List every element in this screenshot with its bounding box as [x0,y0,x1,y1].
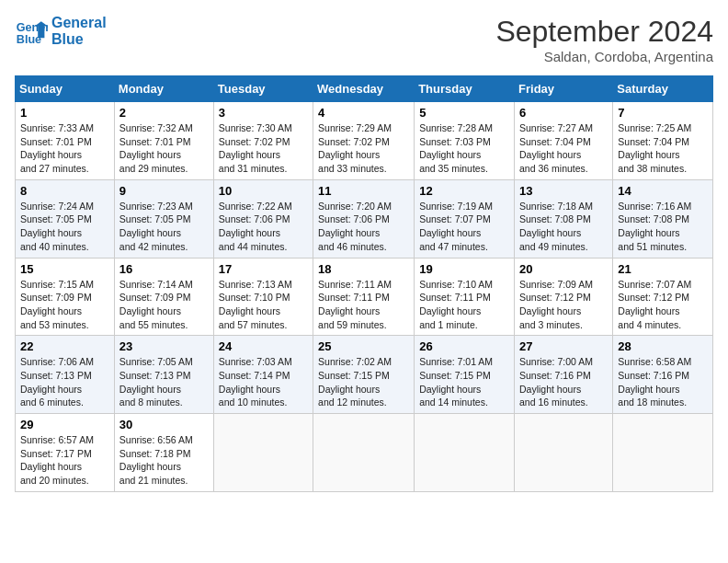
day-number: 9 [119,184,209,198]
day-number: 24 [219,339,308,353]
calendar-cell: 9 Sunrise: 7:23 AMSunset: 7:05 PMDayligh… [114,179,213,258]
calendar-week-row: 8 Sunrise: 7:24 AMSunset: 7:05 PMDayligh… [16,179,713,258]
col-header-tuesday: Tuesday [213,76,313,102]
title-block: September 2024 Saldan, Cordoba, Argentin… [495,15,713,64]
calendar-cell: 30 Sunrise: 6:56 AMSunset: 7:18 PMDaylig… [114,414,213,492]
day-number: 4 [318,106,409,120]
location: Saldan, Cordoba, Argentina [495,49,713,64]
calendar-cell [515,414,613,492]
day-number: 22 [20,339,109,353]
day-info: Sunrise: 7:29 AMSunset: 7:02 PMDaylight … [318,121,409,176]
day-info: Sunrise: 7:28 AMSunset: 7:03 PMDaylight … [419,121,509,176]
day-info: Sunrise: 7:32 AMSunset: 7:01 PMDaylight … [119,121,209,176]
calendar-cell: 10 Sunrise: 7:22 AMSunset: 7:06 PMDaylig… [213,179,313,258]
day-info: Sunrise: 6:58 AMSunset: 7:16 PMDaylight … [618,355,708,409]
day-info: Sunrise: 7:07 AMSunset: 7:12 PMDaylight … [618,278,708,332]
day-info: Sunrise: 7:19 AMSunset: 7:07 PMDaylight … [419,200,509,254]
calendar-cell: 27 Sunrise: 7:00 AMSunset: 7:16 PMDaylig… [515,336,613,414]
calendar-week-row: 22 Sunrise: 7:06 AMSunset: 7:13 PMDaylig… [16,336,713,414]
calendar-cell: 22 Sunrise: 7:06 AMSunset: 7:13 PMDaylig… [16,336,115,414]
calendar-cell: 18 Sunrise: 7:11 AMSunset: 7:11 PMDaylig… [313,258,415,336]
day-number: 12 [419,184,509,198]
calendar-table: SundayMondayTuesdayWednesdayThursdayFrid… [15,75,713,492]
day-info: Sunrise: 6:56 AMSunset: 7:18 PMDaylight … [119,433,209,488]
calendar-cell: 12 Sunrise: 7:19 AMSunset: 7:07 PMDaylig… [415,179,515,258]
calendar-cell: 17 Sunrise: 7:13 AMSunset: 7:10 PMDaylig… [213,258,313,336]
calendar-cell: 24 Sunrise: 7:03 AMSunset: 7:14 PMDaylig… [213,336,313,414]
day-number: 20 [519,262,608,276]
calendar-cell: 29 Sunrise: 6:57 AMSunset: 7:17 PMDaylig… [16,414,115,492]
day-number: 15 [20,262,109,276]
day-number: 30 [119,418,209,431]
day-number: 25 [318,339,409,353]
day-number: 29 [20,418,109,431]
page-header: General Blue General Blue September 2024… [15,15,713,64]
calendar-cell: 26 Sunrise: 7:01 AMSunset: 7:15 PMDaylig… [415,336,515,414]
col-header-thursday: Thursday [415,76,515,102]
logo-general: General [51,15,107,30]
svg-text:Blue: Blue [17,33,41,46]
calendar-cell: 2 Sunrise: 7:32 AMSunset: 7:01 PMDayligh… [114,102,213,180]
calendar-cell [213,414,313,492]
day-number: 3 [219,106,308,120]
calendar-cell: 15 Sunrise: 7:15 AMSunset: 7:09 PMDaylig… [16,258,115,336]
logo-blue: Blue [51,31,107,48]
day-info: Sunrise: 7:30 AMSunset: 7:02 PMDaylight … [219,121,308,176]
calendar-cell: 25 Sunrise: 7:02 AMSunset: 7:15 PMDaylig… [313,336,415,414]
day-number: 19 [419,262,509,276]
day-number: 2 [119,106,209,120]
day-number: 16 [119,262,209,276]
calendar-cell: 3 Sunrise: 7:30 AMSunset: 7:02 PMDayligh… [213,102,313,180]
calendar-cell [313,414,415,492]
day-number: 10 [219,184,308,198]
day-info: Sunrise: 7:22 AMSunset: 7:06 PMDaylight … [219,200,308,254]
day-info: Sunrise: 7:11 AMSunset: 7:11 PMDaylight … [318,278,409,332]
day-number: 28 [618,339,708,353]
calendar-week-row: 29 Sunrise: 6:57 AMSunset: 7:17 PMDaylig… [16,414,713,492]
day-info: Sunrise: 7:06 AMSunset: 7:13 PMDaylight … [20,355,109,409]
day-number: 8 [20,184,109,198]
day-number: 14 [618,184,708,198]
col-header-wednesday: Wednesday [313,76,415,102]
day-info: Sunrise: 7:13 AMSunset: 7:10 PMDaylight … [219,278,308,332]
calendar-cell: 5 Sunrise: 7:28 AMSunset: 7:03 PMDayligh… [415,102,515,180]
day-info: Sunrise: 7:27 AMSunset: 7:04 PMDaylight … [519,121,608,176]
calendar-cell: 7 Sunrise: 7:25 AMSunset: 7:04 PMDayligh… [613,102,713,180]
day-info: Sunrise: 7:33 AMSunset: 7:01 PMDaylight … [20,121,109,176]
day-info: Sunrise: 7:10 AMSunset: 7:11 PMDaylight … [419,278,509,332]
calendar-cell: 19 Sunrise: 7:10 AMSunset: 7:11 PMDaylig… [415,258,515,336]
calendar-cell [613,414,713,492]
day-number: 13 [519,184,608,198]
col-header-sunday: Sunday [16,76,115,102]
day-number: 6 [519,106,608,120]
day-number: 11 [318,184,409,198]
day-info: Sunrise: 7:15 AMSunset: 7:09 PMDaylight … [20,278,109,332]
calendar-cell: 6 Sunrise: 7:27 AMSunset: 7:04 PMDayligh… [515,102,613,180]
col-header-saturday: Saturday [613,76,713,102]
calendar-cell [415,414,515,492]
calendar-cell: 4 Sunrise: 7:29 AMSunset: 7:02 PMDayligh… [313,102,415,180]
calendar-header-row: SundayMondayTuesdayWednesdayThursdayFrid… [16,76,713,102]
day-info: Sunrise: 7:00 AMSunset: 7:16 PMDaylight … [519,355,608,409]
col-header-monday: Monday [114,76,213,102]
calendar-cell: 28 Sunrise: 6:58 AMSunset: 7:16 PMDaylig… [613,336,713,414]
day-number: 27 [519,339,608,353]
calendar-cell: 1 Sunrise: 7:33 AMSunset: 7:01 PMDayligh… [16,102,115,180]
day-number: 17 [219,262,308,276]
logo-icon: General Blue [15,15,48,48]
day-info: Sunrise: 7:24 AMSunset: 7:05 PMDaylight … [20,200,109,254]
day-info: Sunrise: 7:05 AMSunset: 7:13 PMDaylight … [119,355,209,409]
day-number: 18 [318,262,409,276]
calendar-cell: 14 Sunrise: 7:16 AMSunset: 7:08 PMDaylig… [613,179,713,258]
calendar-cell: 11 Sunrise: 7:20 AMSunset: 7:06 PMDaylig… [313,179,415,258]
calendar-cell: 13 Sunrise: 7:18 AMSunset: 7:08 PMDaylig… [515,179,613,258]
day-info: Sunrise: 6:57 AMSunset: 7:17 PMDaylight … [20,433,109,488]
calendar-cell: 16 Sunrise: 7:14 AMSunset: 7:09 PMDaylig… [114,258,213,336]
calendar-cell: 20 Sunrise: 7:09 AMSunset: 7:12 PMDaylig… [515,258,613,336]
day-info: Sunrise: 7:01 AMSunset: 7:15 PMDaylight … [419,355,509,409]
day-number: 23 [119,339,209,353]
day-number: 5 [419,106,509,120]
logo: General Blue General Blue [15,15,107,48]
calendar-week-row: 15 Sunrise: 7:15 AMSunset: 7:09 PMDaylig… [16,258,713,336]
calendar-cell: 8 Sunrise: 7:24 AMSunset: 7:05 PMDayligh… [16,179,115,258]
